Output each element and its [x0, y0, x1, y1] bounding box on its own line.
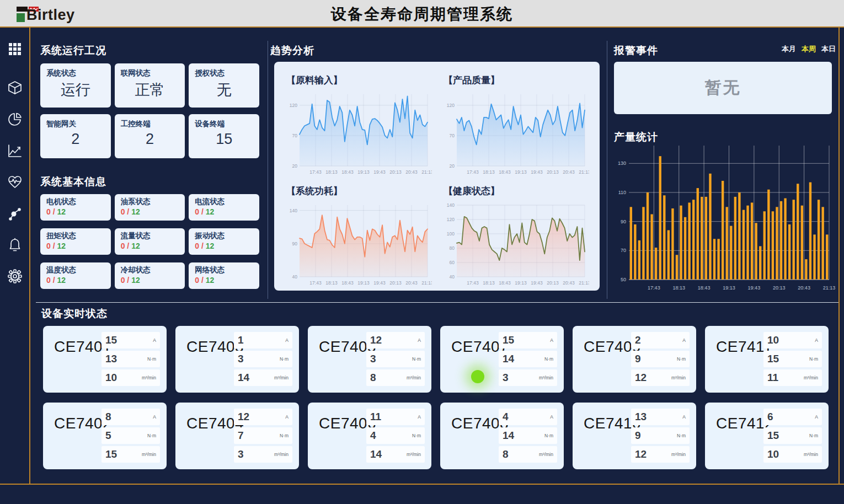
device-metric-row: 9 N·m	[631, 427, 690, 444]
device-metric-unit: m³/min	[539, 375, 553, 380]
device-card[interactable]: CE7403 1 A 3 N·m 14 m³/min	[175, 326, 299, 393]
svg-text:20:43: 20:43	[563, 280, 575, 286]
alarm-tab[interactable]: 本日	[821, 44, 836, 54]
device-card[interactable]: CE7406 11 A 4 N·m 14 m³/min	[308, 403, 431, 469]
svg-text:21:13: 21:13	[579, 169, 589, 175]
info-count-total: 12	[206, 242, 215, 250]
system-info-card[interactable]: 流量状态 0 / 12	[115, 228, 185, 255]
device-card[interactable]: CE7408 4 A 14 N·m 8 m³/min	[440, 403, 564, 469]
cube-icon[interactable]	[7, 79, 23, 96]
device-metric-row: 3 m³/min	[499, 369, 557, 386]
page-title: 设备全寿命周期管理系统	[0, 4, 844, 25]
device-metric-value: 11	[767, 372, 778, 384]
system-status-card[interactable]: 系统状态 运行	[40, 63, 111, 108]
svg-text:20: 20	[292, 163, 298, 169]
info-count-sep: /	[51, 242, 57, 250]
status-card-label: 授权状态	[195, 68, 253, 78]
device-metric-unit: m³/min	[274, 375, 289, 380]
trend-chart-cell: 【健康状态】 14012010080604017:4318:1318:4319:…	[437, 179, 594, 290]
alarm-tab[interactable]: 本月	[782, 44, 796, 54]
device-card[interactable]: CE7401 15 A 13 N·m 10 m³/min	[43, 326, 167, 393]
device-values: 8 A 5 N·m 15 m³/min	[102, 409, 160, 465]
system-status-card[interactable]: 授权状态 无	[189, 63, 259, 108]
svg-text:19:43: 19:43	[531, 280, 543, 286]
trend-chart-title: 【产品质量】	[444, 74, 590, 87]
system-status-card[interactable]: 联网状态 正常	[115, 63, 185, 108]
device-card[interactable]: CE7405 12 A 3 N·m 8 m³/min	[308, 326, 431, 393]
svg-text:90: 90	[621, 219, 626, 224]
system-info-card[interactable]: 振动状态 0 / 12	[189, 228, 259, 255]
device-metric-value: 12	[635, 372, 647, 384]
svg-text:17:43: 17:43	[467, 169, 479, 175]
sidebar-nav	[0, 28, 29, 484]
status-card-label: 系统状态	[46, 68, 105, 78]
system-info-card[interactable]: 扭矩状态 0 / 12	[40, 228, 111, 255]
svg-text:40: 40	[292, 274, 298, 280]
info-card-count: 0 / 12	[195, 207, 253, 216]
system-info-card[interactable]: 油泵状态 0 / 12	[115, 194, 185, 221]
svg-text:17:43: 17:43	[309, 169, 322, 175]
info-card-count: 0 / 12	[46, 276, 105, 285]
device-metric-row: 12 A	[366, 332, 425, 348]
svg-text:40: 40	[450, 274, 455, 280]
system-status-card[interactable]: 工控终端 2	[115, 114, 185, 158]
device-metric-row: 7 N·m	[234, 427, 292, 444]
gear-icon[interactable]	[7, 268, 23, 285]
dashboard-root: Birtley 设备全寿命周期管理系统	[0, 0, 844, 504]
svg-text:21:13: 21:13	[421, 169, 432, 175]
device-card[interactable]: CE7409 2 A 9 N·m 12 m³/min	[573, 326, 696, 393]
device-metric-value: 8	[370, 372, 376, 384]
system-info-card[interactable]: 冷却状态 0 / 12	[115, 262, 185, 289]
svg-text:120: 120	[447, 103, 455, 108]
apps-grid-icon[interactable]	[7, 41, 23, 57]
trend-chart-title: 【系统功耗】	[286, 185, 432, 197]
device-metric-value: 15	[105, 334, 117, 346]
status-card-value: 无	[195, 80, 253, 100]
line-chart-icon[interactable]	[7, 142, 23, 159]
device-online-indicator	[471, 370, 484, 383]
system-info-card[interactable]: 电机状态 0 / 12	[40, 194, 111, 221]
svg-text:18:13: 18:13	[483, 280, 495, 286]
svg-text:120: 120	[447, 217, 455, 222]
info-count-total: 12	[57, 207, 66, 216]
system-status-card[interactable]: 智能网关 2	[40, 114, 111, 158]
health-pulse-icon[interactable]	[7, 174, 23, 190]
system-info-card[interactable]: 电流状态 0 / 12	[189, 194, 259, 221]
device-metric-unit: A	[682, 414, 686, 420]
device-values: 15 A 14 N·m 3 m³/min	[499, 332, 557, 388]
device-metric-row: 12 m³/min	[631, 369, 690, 386]
device-metric-row: 3 N·m	[234, 351, 292, 367]
info-card-label: 电流状态	[195, 197, 253, 207]
device-card[interactable]: CE7407 15 A 14 N·m 3 m³/min	[440, 326, 564, 393]
device-metric-row: 10 A	[763, 332, 822, 348]
device-metric-row: 15 A	[499, 332, 557, 348]
device-card[interactable]: CE7411 10 A 15 N·m 11 m³/min	[705, 326, 829, 393]
device-metric-value: 14	[238, 372, 249, 384]
trend-chart-canvas: 120702017:4318:1318:4319:1319:4320:1320:…	[441, 90, 590, 179]
svg-text:19:43: 19:43	[373, 280, 386, 286]
device-status-grid: CE7401 15 A 13 N·m 10 m³/min CE7403 1 A …	[43, 326, 829, 469]
system-info-card[interactable]: 温度状态 0 / 12	[40, 262, 111, 289]
svg-text:19:43: 19:43	[531, 169, 543, 175]
pie-chart-icon[interactable]	[7, 111, 23, 127]
molecule-icon[interactable]	[7, 205, 23, 222]
device-metric-row: 4 A	[499, 409, 557, 425]
trend-chart-canvas: 14012010080604017:4318:1318:4319:1319:43…	[441, 201, 590, 290]
device-metric-row: 12 A	[234, 409, 292, 425]
system-info-card[interactable]: 网络状态 0 / 12	[189, 262, 259, 289]
device-metric-unit: A	[550, 337, 553, 343]
system-status-card[interactable]: 设备终端 15	[189, 114, 259, 158]
device-metric-unit: A	[285, 414, 289, 420]
device-metric-value: 1	[238, 334, 244, 346]
trend-chart-canvas: 140904017:4318:1318:4319:1319:4320:1320:…	[284, 201, 432, 290]
device-metric-row: 15 A	[102, 332, 160, 348]
device-card[interactable]: CE7404 12 A 7 N·m 3 m³/min	[175, 403, 299, 469]
alarm-tab[interactable]: 本周	[802, 44, 816, 54]
device-card[interactable]: CE7410 13 A 9 N·m 12 m³/min	[573, 403, 696, 469]
device-card[interactable]: CE7412 6 A 15 N·m 10 m³/min	[705, 403, 829, 469]
device-metric-value: 10	[767, 334, 779, 346]
device-metric-value: 2	[635, 334, 641, 346]
status-card-label: 智能网关	[46, 119, 105, 129]
bell-icon[interactable]	[7, 237, 23, 253]
device-card[interactable]: CE7402 8 A 5 N·m 15 m³/min	[43, 403, 167, 469]
